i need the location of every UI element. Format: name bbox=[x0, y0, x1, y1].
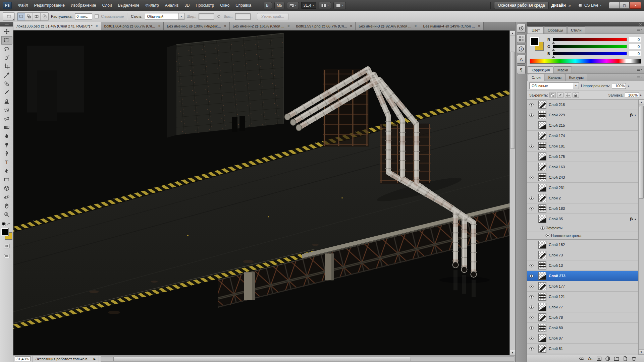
opacity-slider-icon[interactable]: ▸ bbox=[628, 84, 629, 87]
layer-row[interactable]: Слой 35fx▴ bbox=[527, 214, 638, 224]
document-tab-4[interactable]: Без имени-2 @ 161% (Слой ...× bbox=[230, 22, 293, 30]
antialias-checkbox[interactable] bbox=[95, 14, 99, 18]
layer-row[interactable]: Слой 231 bbox=[527, 183, 638, 193]
layer-visibility-toggle[interactable] bbox=[527, 152, 536, 162]
scroll-up-icon[interactable]: ▲ bbox=[510, 31, 515, 36]
lock-position-icon[interactable] bbox=[565, 92, 571, 98]
brush-tool[interactable] bbox=[1, 88, 12, 97]
layer-visibility-toggle[interactable] bbox=[539, 224, 546, 232]
restore-button[interactable]: ◻ bbox=[619, 2, 630, 9]
scroll-down-icon[interactable]: ▼ bbox=[510, 350, 515, 355]
menu-item-7[interactable]: Анализ bbox=[162, 1, 182, 9]
type-tool[interactable]: T bbox=[1, 158, 12, 167]
layer-row[interactable]: Слой 175 bbox=[527, 152, 638, 162]
layer-visibility-toggle[interactable] bbox=[527, 141, 536, 151]
color-panel-menu-icon[interactable] bbox=[637, 28, 642, 32]
layer-visibility-toggle[interactable] bbox=[527, 344, 536, 354]
layer-visibility-toggle[interactable] bbox=[527, 260, 536, 270]
layer-row[interactable]: Слой 174 bbox=[527, 131, 638, 141]
layer-row[interactable]: Слой 229fx▾ bbox=[527, 110, 638, 120]
canvas-vertical-scrollbar[interactable]: ▲ ▼ bbox=[509, 31, 515, 355]
layer-visibility-toggle[interactable] bbox=[527, 193, 536, 203]
tab-close-icon[interactable]: × bbox=[224, 24, 226, 28]
tab-close-icon[interactable]: × bbox=[478, 24, 480, 28]
zoom-tool[interactable] bbox=[1, 210, 12, 219]
swap-colors-icon[interactable] bbox=[7, 223, 11, 227]
layer-visibility-toggle[interactable] bbox=[527, 271, 536, 281]
layer-visibility-toggle[interactable] bbox=[527, 240, 536, 250]
menu-item-6[interactable]: Фильтр bbox=[142, 1, 162, 9]
layer-row[interactable]: Слой 243 bbox=[527, 172, 638, 183]
layer-visibility-toggle[interactable] bbox=[527, 333, 536, 343]
document-tab-6[interactable]: Без имени-3 @ 92,4% (Слой ...× bbox=[356, 22, 420, 30]
layer-style-indicator[interactable]: fx▴ bbox=[630, 217, 636, 222]
workspace-overflow-button[interactable]: » bbox=[569, 3, 571, 8]
status-zoom-input[interactable]: 31,43% bbox=[15, 356, 31, 361]
launch-bridge-button[interactable]: Br bbox=[264, 2, 272, 9]
layer-visibility-toggle[interactable] bbox=[527, 323, 536, 333]
red-channel-slider[interactable] bbox=[553, 38, 627, 41]
menu-item-1[interactable]: Файл bbox=[15, 1, 31, 9]
layer-visibility-toggle[interactable] bbox=[527, 131, 536, 141]
collapse-panels-icon[interactable] bbox=[638, 22, 642, 26]
quick-mask-button[interactable] bbox=[2, 242, 12, 250]
workspace-button-design[interactable]: Дизайн bbox=[551, 3, 566, 8]
green-channel-value[interactable]: 0 bbox=[629, 44, 641, 49]
layer-visibility-toggle[interactable] bbox=[527, 312, 536, 322]
menu-item-3[interactable]: Изображение bbox=[68, 1, 99, 9]
swatches-panel-icon[interactable] bbox=[517, 34, 526, 43]
menu-item-5[interactable]: Выделение bbox=[115, 1, 143, 9]
pen-tool[interactable] bbox=[1, 149, 12, 158]
launch-mini-bridge-button[interactable]: Mb bbox=[274, 2, 284, 9]
tab-channels[interactable]: Каналы bbox=[545, 74, 565, 81]
layer-row[interactable]: Слой 78 bbox=[527, 312, 638, 323]
new-group-icon[interactable] bbox=[613, 356, 620, 361]
red-channel-value[interactable]: 0 bbox=[629, 37, 641, 42]
close-button[interactable]: × bbox=[630, 2, 641, 9]
history-panel-icon[interactable] bbox=[517, 24, 526, 33]
3d-rotate-tool[interactable] bbox=[1, 184, 12, 193]
foreground-color-swatch[interactable] bbox=[530, 37, 539, 46]
healing-brush-tool[interactable] bbox=[1, 79, 12, 88]
red-slider-thumb[interactable] bbox=[552, 42, 555, 44]
character-panel-icon[interactable]: A bbox=[517, 55, 526, 64]
layer-visibility-toggle[interactable] bbox=[527, 214, 536, 224]
style-select[interactable]: Обычный ▾ bbox=[145, 13, 184, 20]
width-input[interactable] bbox=[199, 13, 214, 20]
link-layers-icon[interactable] bbox=[578, 356, 585, 361]
history-brush-tool[interactable] bbox=[1, 106, 12, 114]
layers-scroll-up-icon[interactable]: ▲ bbox=[639, 100, 644, 105]
layer-row[interactable]: Слой 182 bbox=[527, 240, 638, 250]
adjustments-panel-menu-icon[interactable] bbox=[637, 68, 642, 71]
rectangle-tool[interactable] bbox=[1, 175, 12, 184]
layer-row[interactable]: Слой 87 bbox=[527, 333, 638, 344]
info-panel-icon[interactable]: i bbox=[517, 45, 526, 53]
eyedropper-tool[interactable] bbox=[1, 71, 12, 79]
layer-row[interactable]: Слой 181 bbox=[527, 141, 638, 152]
blue-slider-thumb[interactable] bbox=[552, 56, 555, 58]
tab-close-icon[interactable]: × bbox=[350, 24, 352, 28]
feather-input[interactable]: 0 пикс. bbox=[75, 13, 92, 20]
3d-camera-tool[interactable] bbox=[1, 193, 12, 201]
foreground-color-swatch[interactable] bbox=[1, 228, 8, 236]
layer-style-icon[interactable]: fx. bbox=[587, 356, 594, 361]
menu-item-2[interactable]: Редактирование bbox=[31, 1, 68, 9]
layer-visibility-toggle[interactable] bbox=[527, 250, 536, 260]
tab-styles[interactable]: Стили bbox=[567, 26, 585, 34]
layer-row[interactable]: Слой 177 bbox=[527, 281, 638, 292]
layer-row[interactable]: Слой 183 bbox=[527, 203, 638, 214]
tools-palette-header[interactable] bbox=[0, 22, 13, 26]
green-slider-thumb[interactable] bbox=[552, 49, 555, 51]
layer-row[interactable]: Слой 77 bbox=[527, 302, 638, 312]
height-input[interactable] bbox=[235, 13, 251, 20]
tab-paths[interactable]: Контуры bbox=[566, 74, 587, 81]
layers-scroll-down-icon[interactable]: ▼ bbox=[639, 349, 644, 355]
document-tab-5[interactable]: bolt01.597.png @ 66,7% (Сл...× bbox=[293, 22, 356, 30]
layers-scroll-thumb[interactable] bbox=[639, 106, 644, 199]
lock-pixels-icon[interactable] bbox=[557, 92, 564, 98]
menu-item-9[interactable]: Просмотр bbox=[193, 1, 217, 9]
hand-tool[interactable] bbox=[1, 201, 12, 210]
layer-row[interactable]: Слой 163 bbox=[527, 162, 638, 172]
screen-mode-toggle-button[interactable] bbox=[2, 252, 12, 260]
document-tab-2[interactable]: bolt01.604.png @ 66,7% (Сл...× bbox=[101, 22, 164, 30]
